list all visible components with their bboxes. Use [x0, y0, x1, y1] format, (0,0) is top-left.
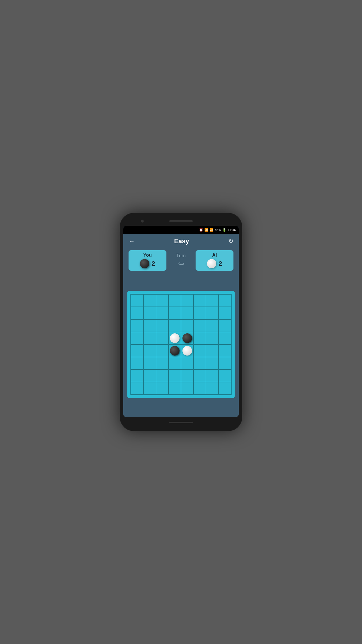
board-cell[interactable] — [206, 370, 219, 382]
score-row: You 2 Turn ⇦ AI 2 — [123, 249, 239, 274]
board-cell[interactable] — [131, 319, 143, 332]
board-container — [123, 274, 239, 417]
status-icons: ⏰ 📶 📶 48% 🔋 14:46 — [199, 228, 236, 232]
board-cell[interactable] — [194, 382, 206, 395]
board-cell[interactable] — [143, 382, 156, 395]
board-cell[interactable] — [194, 307, 206, 319]
board-cell[interactable] — [206, 319, 219, 332]
board-cell[interactable] — [206, 382, 219, 395]
you-stone — [140, 259, 149, 268]
board-cell[interactable] — [219, 370, 231, 382]
board-cell[interactable] — [131, 332, 143, 344]
board-cell[interactable] — [143, 370, 156, 382]
battery-text: 48% — [215, 228, 221, 232]
board-cell[interactable] — [219, 382, 231, 395]
ai-stone — [207, 259, 216, 268]
piece-container — [169, 332, 181, 344]
board-cell[interactable] — [156, 319, 168, 332]
board-cell[interactable] — [219, 357, 231, 370]
you-card-label: You — [133, 253, 162, 258]
page-title: Easy — [174, 237, 189, 245]
board-cell[interactable] — [143, 344, 156, 357]
board-cell[interactable] — [143, 357, 156, 370]
board-cell[interactable] — [181, 357, 194, 370]
camera — [141, 220, 144, 223]
board-outer — [127, 291, 235, 398]
board-cell[interactable] — [156, 344, 168, 357]
board-cell[interactable] — [168, 294, 181, 307]
piece-container — [181, 345, 193, 357]
board-cell[interactable] — [219, 307, 231, 319]
top-nav: ← Easy ↻ — [123, 234, 239, 249]
board-cell[interactable] — [131, 382, 143, 395]
board-cell[interactable] — [168, 370, 181, 382]
board-cell[interactable] — [131, 294, 143, 307]
board-cell[interactable] — [168, 357, 181, 370]
board-cell[interactable] — [143, 332, 156, 344]
board-stone-white — [182, 346, 192, 356]
board-cell[interactable] — [168, 307, 181, 319]
phone-top-bar — [123, 216, 239, 226]
speaker — [169, 220, 193, 222]
board-cell[interactable] — [181, 344, 194, 357]
board-cell[interactable] — [219, 344, 231, 357]
board-cell[interactable] — [181, 319, 194, 332]
board-cell[interactable] — [168, 332, 181, 344]
board-cell[interactable] — [131, 357, 143, 370]
board-cell[interactable] — [206, 307, 219, 319]
wifi-icon: 📶 — [204, 228, 208, 232]
board-stone-black — [170, 346, 180, 356]
home-bar — [169, 422, 193, 423]
board-cell[interactable] — [194, 344, 206, 357]
ai-card-label: AI — [200, 253, 229, 258]
you-card: You 2 — [129, 250, 166, 271]
ai-card-inner: 2 — [200, 259, 229, 268]
board-cell[interactable] — [194, 370, 206, 382]
board-cell[interactable] — [206, 332, 219, 344]
board-cell[interactable] — [206, 294, 219, 307]
board-cell[interactable] — [168, 382, 181, 395]
game-board[interactable] — [130, 294, 232, 395]
board-cell[interactable] — [194, 294, 206, 307]
screen: ⏰ 📶 📶 48% 🔋 14:46 ← Easy ↻ Y — [123, 226, 239, 417]
turn-label: Turn — [176, 253, 186, 258]
board-cell[interactable] — [131, 307, 143, 319]
board-cell[interactable] — [156, 357, 168, 370]
refresh-button[interactable]: ↻ — [228, 237, 233, 245]
battery-icon: 🔋 — [222, 228, 226, 232]
time-text: 14:46 — [228, 228, 236, 232]
board-cell[interactable] — [219, 294, 231, 307]
turn-indicator: Turn ⇦ — [176, 253, 186, 268]
board-cell[interactable] — [143, 307, 156, 319]
ai-score: 2 — [219, 260, 222, 267]
board-cell[interactable] — [194, 332, 206, 344]
board-cell[interactable] — [131, 370, 143, 382]
board-cell[interactable] — [219, 319, 231, 332]
board-cell[interactable] — [194, 357, 206, 370]
board-cell[interactable] — [168, 319, 181, 332]
board-cell[interactable] — [143, 294, 156, 307]
board-cell[interactable] — [156, 307, 168, 319]
board-cell[interactable] — [181, 370, 194, 382]
piece-container — [181, 332, 193, 344]
board-cell[interactable] — [168, 344, 181, 357]
board-cell[interactable] — [219, 332, 231, 344]
board-cell[interactable] — [131, 344, 143, 357]
board-cell[interactable] — [143, 319, 156, 332]
board-cell[interactable] — [206, 344, 219, 357]
back-button[interactable]: ← — [129, 237, 135, 245]
board-cell[interactable] — [156, 294, 168, 307]
board-cell[interactable] — [156, 332, 168, 344]
board-cell[interactable] — [156, 382, 168, 395]
board-cell[interactable] — [181, 294, 194, 307]
status-bar: ⏰ 📶 📶 48% 🔋 14:46 — [123, 226, 239, 234]
board-cell[interactable] — [181, 332, 194, 344]
phone-shell: ⏰ 📶 📶 48% 🔋 14:46 ← Easy ↻ Y — [120, 213, 242, 431]
board-cell[interactable] — [156, 370, 168, 382]
board-stone-black — [182, 333, 192, 343]
ai-card: AI 2 — [196, 250, 233, 271]
board-cell[interactable] — [206, 357, 219, 370]
board-cell[interactable] — [181, 382, 194, 395]
board-cell[interactable] — [194, 319, 206, 332]
board-cell[interactable] — [181, 307, 194, 319]
